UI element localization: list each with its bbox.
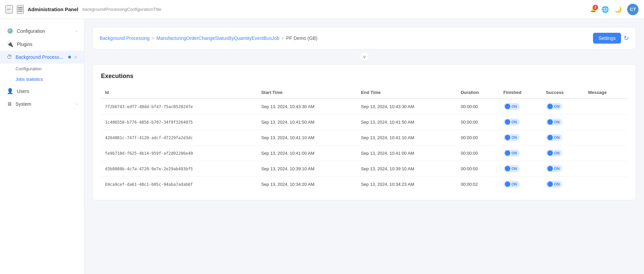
col-header-duration: Duration	[457, 86, 499, 99]
chevron-down-icon: ∨	[74, 55, 77, 59]
breadcrumb-separator-1: >	[152, 35, 154, 41]
cell-message-2	[584, 130, 627, 146]
toggle-circle-icon	[505, 181, 510, 187]
cell-start-3: Sep 13, 2024, 10:41:00 AM	[257, 146, 357, 161]
toggle-circle-icon	[505, 150, 510, 156]
background-processing-icon: ⏱	[7, 54, 12, 60]
active-dot	[68, 56, 71, 58]
system-chevron-icon: ›	[76, 102, 77, 106]
cell-start-4: Sep 13, 2024, 10:39:10 AM	[257, 161, 357, 177]
cell-id-0: 7f2b6743-edf7-40dd-bf47-75ac052024fe	[101, 99, 257, 115]
breadcrumb-actions: Settings ↻	[593, 33, 629, 44]
success-toggle-0[interactable]: ON	[546, 103, 563, 110]
cell-finished-3: ON	[499, 146, 542, 161]
cell-finished-1: ON	[499, 115, 542, 130]
sidebar-item-background-processing[interactable]: ⏱ Background Process... ∨	[0, 51, 84, 64]
configuration-icon: ⚙️	[7, 28, 14, 34]
sidebar-item-plugins[interactable]: 🔌 Plugins	[0, 38, 84, 51]
finished-toggle-2[interactable]: ON	[504, 134, 520, 141]
cell-duration-4: 00:00:00	[457, 161, 499, 177]
cell-success-1: ON	[542, 115, 584, 130]
finished-toggle-0[interactable]: ON	[504, 103, 520, 110]
refresh-button[interactable]: ↻	[624, 34, 629, 42]
col-header-id: Id	[101, 86, 257, 99]
cell-message-4	[584, 161, 627, 177]
cell-success-5: ON	[542, 177, 584, 192]
cell-duration-0: 00:00:00	[457, 99, 499, 115]
sidebar-label-plugins: Plugins	[17, 42, 77, 47]
collapse-button[interactable]: ∨	[360, 52, 369, 61]
cell-success-2: ON	[542, 130, 584, 146]
sidebar: ⚙️ Configuration › 🔌 Plugins ⏱ Backgroun…	[0, 19, 84, 274]
table-row: 7f2b6743-edf7-40dd-bf47-75ac052024fe Sep…	[101, 99, 627, 115]
finished-toggle-4[interactable]: ON	[504, 165, 520, 172]
settings-button[interactable]: Settings	[593, 33, 621, 44]
table-row: 4264081c-747f-4120-adcf-d7229fa2d3dc Sep…	[101, 130, 627, 146]
cell-start-0: Sep 13, 2024, 10:43:30 AM	[257, 99, 357, 115]
cell-id-4: d3b8088b-4c7a-4720-9e7e-2e29ab493bf5	[101, 161, 257, 177]
toggle-circle-icon	[547, 150, 553, 156]
table-row: fe9b710d-f625-4b14-959f-af2d02286e49 Sep…	[101, 146, 627, 161]
toggle-circle-icon	[547, 135, 553, 140]
sidebar-label-configuration: Configuration	[17, 28, 73, 34]
cell-message-5	[584, 177, 627, 192]
breadcrumb-bar: Background Processing > ManufacturingOrd…	[93, 27, 636, 49]
finished-toggle-1[interactable]: ON	[504, 119, 520, 125]
chevron-right-icon: ›	[76, 29, 77, 33]
sidebar-item-system[interactable]: 🖥 System ›	[0, 98, 84, 110]
sidebar-item-users[interactable]: 👤 Users	[0, 84, 84, 98]
cell-end-5: Sep 13, 2024, 10:34:23 AM	[357, 177, 457, 192]
sidebar-item-bp-jobs-statistics[interactable]: Jobs statistics	[16, 74, 84, 84]
sidebar-item-bp-configuration[interactable]: Configuration	[16, 64, 84, 74]
toggle-circle-icon	[547, 119, 553, 125]
finished-toggle-3[interactable]: ON	[504, 150, 520, 156]
table-header-row: Id Start Time End Time Duration Finished…	[101, 86, 627, 99]
cell-duration-2: 00:00:00	[457, 130, 499, 146]
cell-finished-4: ON	[499, 161, 542, 177]
user-avatar[interactable]: CT	[627, 4, 639, 15]
col-header-finished: Finished	[499, 86, 542, 99]
cell-id-3: fe9b710d-f625-4b14-959f-af2d02286e49	[101, 146, 257, 161]
cell-success-4: ON	[542, 161, 584, 177]
app-subtitle: backgroundProcessingConfigurationTitle	[82, 7, 161, 12]
notification-badge: 2	[593, 5, 598, 10]
menu-button[interactable]: ☰	[17, 5, 24, 14]
table-row: b9ca9cef-da61-40c1-b05c-94aba7adab6f Sep…	[101, 177, 627, 192]
cell-end-1: Sep 13, 2024, 10:41:50 AM	[357, 115, 457, 130]
success-toggle-1[interactable]: ON	[546, 119, 563, 125]
finished-toggle-5[interactable]: ON	[504, 181, 520, 188]
success-toggle-3[interactable]: ON	[546, 150, 563, 156]
cell-success-3: ON	[542, 146, 584, 161]
cell-success-0: ON	[542, 99, 584, 115]
users-icon: 👤	[7, 88, 14, 94]
toggle-circle-icon	[547, 166, 553, 171]
sidebar-item-configuration[interactable]: ⚙️ Configuration ›	[0, 24, 84, 38]
sidebar-sub-menu: Configuration Jobs statistics	[0, 64, 84, 84]
toggle-circle-icon	[505, 135, 510, 140]
success-toggle-2[interactable]: ON	[546, 134, 563, 141]
notifications-button[interactable]: 🔔 2	[590, 7, 596, 12]
executions-title: Executions	[101, 73, 627, 80]
col-header-end-time: End Time	[357, 86, 457, 99]
breadcrumb-link-job[interactable]: ManufacturingOrderChangeStatusByQuantity…	[156, 35, 279, 41]
toggle-circle-icon	[505, 104, 510, 109]
cell-message-3	[584, 146, 627, 161]
theme-toggle-icon[interactable]: 🌙	[614, 6, 622, 13]
sidebar-label-background-processing: Background Process...	[16, 54, 65, 60]
globe-icon[interactable]: 🌐	[601, 6, 609, 13]
cell-id-2: 4264081c-747f-4120-adcf-d7229fa2d3dc	[101, 130, 257, 146]
plugins-icon: 🔌	[7, 41, 14, 47]
back-button[interactable]: ←	[5, 5, 13, 14]
success-toggle-5[interactable]: ON	[546, 181, 563, 188]
breadcrumb-link-background-processing[interactable]: Background Processing	[100, 35, 150, 41]
layout: ⚙️ Configuration › 🔌 Plugins ⏱ Backgroun…	[0, 19, 644, 274]
breadcrumb-current: PF Demo (GB)	[286, 35, 317, 41]
cell-end-2: Sep 13, 2024, 10:41:10 AM	[357, 130, 457, 146]
success-toggle-4[interactable]: ON	[546, 165, 563, 172]
cell-start-5: Sep 13, 2024, 10:34:20 AM	[257, 177, 357, 192]
toggle-circle-icon	[505, 166, 510, 171]
executions-panel: Executions Id Start Time End Time Durati…	[93, 64, 636, 200]
system-icon: 🖥	[7, 101, 12, 107]
cell-message-1	[584, 115, 627, 130]
toggle-circle-icon	[547, 181, 553, 187]
